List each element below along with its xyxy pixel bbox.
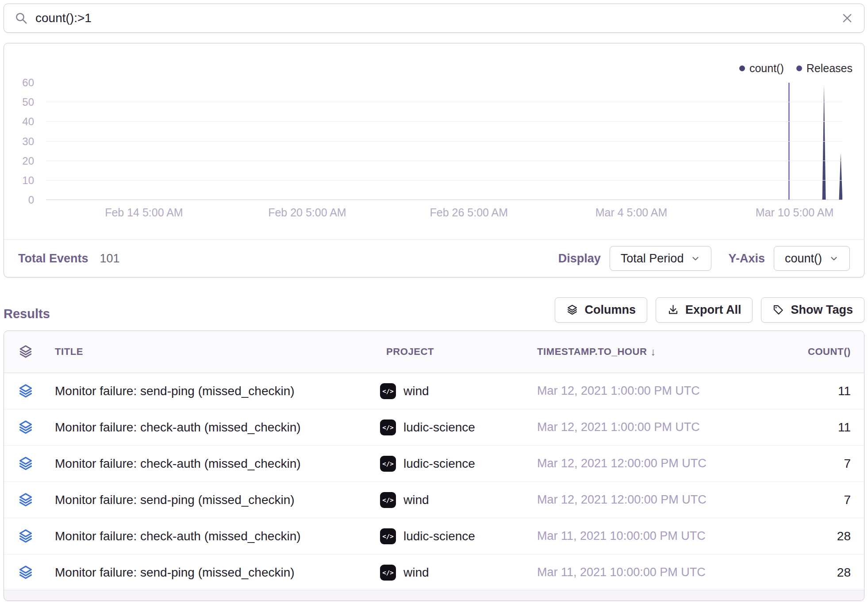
count-cell: 11: [756, 384, 864, 398]
project-column-header[interactable]: PROJECT: [380, 346, 537, 358]
yaxis-select-value: count(): [785, 252, 822, 266]
project-cell: </>ludic-science: [380, 528, 537, 544]
table-header-row: TITLE PROJECT TIMESTAMP.TO_HOUR ↓ COUNT(…: [4, 331, 864, 373]
row-type-icon-cell: [4, 419, 47, 435]
x-tick-label: Mar 4 5:00 AM: [595, 206, 668, 219]
count-series: [46, 83, 842, 200]
project-platform-badge: </>: [380, 565, 396, 581]
sort-desc-icon: ↓: [651, 346, 657, 358]
layers-icon: [18, 456, 34, 472]
x-tick-label: Feb 26 5:00 AM: [430, 206, 508, 219]
count-cell: 11: [756, 420, 864, 435]
row-type-icon-cell: [4, 565, 47, 581]
table-row[interactable]: Monitor failure: check-auth (missed_chec…: [4, 518, 864, 554]
results-title: Results: [4, 307, 50, 321]
export-all-button-label: Export All: [685, 303, 741, 317]
project-name: ludic-science: [403, 529, 475, 543]
project-name: wind: [403, 493, 429, 507]
yaxis-label: Y-Axis: [728, 252, 765, 266]
legend-label-count: count(): [749, 62, 784, 75]
project-name: ludic-science: [403, 420, 475, 435]
yaxis-select[interactable]: count(): [774, 246, 850, 271]
x-tick-label: Mar 10 5:00 AM: [756, 206, 833, 219]
display-select-value: Total Period: [621, 252, 684, 266]
table-row[interactable]: Monitor failure: send-ping (missed_check…: [4, 554, 864, 591]
event-title-link[interactable]: Monitor failure: send-ping (missed_check…: [47, 493, 380, 507]
close-icon[interactable]: [841, 12, 853, 24]
timestamp-cell: Mar 11, 2021 10:00:00 PM UTC: [537, 566, 756, 579]
chart-y-axis-labels: 0102030405060: [4, 83, 39, 200]
project-name: wind: [403, 566, 429, 580]
chevron-down-icon: [829, 254, 839, 263]
table-footer-strip: [4, 590, 864, 600]
timestamp-column-header[interactable]: TIMESTAMP.TO_HOUR ↓: [537, 346, 756, 358]
search-input[interactable]: [35, 11, 841, 25]
legend-item-releases[interactable]: Releases: [796, 62, 853, 75]
project-name: ludic-science: [403, 457, 475, 471]
timestamp-cell: Mar 12, 2021 1:00:00 PM UTC: [537, 384, 756, 398]
layers-icon: [18, 419, 34, 435]
project-name: wind: [403, 384, 429, 398]
project-platform-badge: </>: [380, 456, 396, 472]
y-tick-label: 30: [22, 135, 34, 148]
chevron-down-icon: [691, 254, 700, 263]
row-type-icon-cell: [4, 383, 47, 399]
table-row[interactable]: Monitor failure: check-auth (missed_chec…: [4, 409, 864, 446]
gridline: [46, 200, 842, 200]
events-chart-panel: count() Releases 0102030405060 Feb 14 5:…: [4, 43, 864, 277]
event-title-link[interactable]: Monitor failure: check-auth (missed_chec…: [47, 420, 380, 435]
display-select[interactable]: Total Period: [610, 246, 712, 271]
table-row[interactable]: Monitor failure: send-ping (missed_check…: [4, 482, 864, 518]
x-tick-label: Feb 20 5:00 AM: [268, 206, 346, 219]
project-platform-badge: </>: [380, 492, 396, 508]
search-bar: [4, 4, 864, 33]
count-cell: 28: [756, 566, 864, 580]
project-cell: </>ludic-science: [380, 456, 537, 472]
event-title-link[interactable]: Monitor failure: check-auth (missed_chec…: [47, 457, 380, 471]
y-tick-label: 50: [22, 96, 34, 108]
timestamp-cell: Mar 12, 2021 12:00:00 PM UTC: [537, 493, 756, 507]
type-column-header: [4, 344, 47, 359]
layers-icon: [18, 492, 34, 508]
tag-icon: [772, 304, 784, 316]
legend-item-count[interactable]: count(): [739, 62, 784, 75]
event-title-link[interactable]: Monitor failure: send-ping (missed_check…: [47, 384, 380, 398]
show-tags-button[interactable]: Show Tags: [761, 297, 864, 323]
table-row[interactable]: Monitor failure: send-ping (missed_check…: [4, 373, 864, 409]
project-platform-badge: </>: [380, 419, 396, 435]
y-tick-label: 0: [28, 194, 34, 206]
timestamp-column-label: TIMESTAMP.TO_HOUR: [537, 346, 647, 358]
row-type-icon-cell: [4, 456, 47, 472]
chart-plot-area: [46, 83, 842, 200]
chart-legend: count() Releases: [739, 62, 853, 75]
y-tick-label: 40: [22, 115, 34, 128]
project-cell: </>wind: [380, 383, 537, 399]
project-cell: </>wind: [380, 565, 537, 581]
chart-x-axis-labels: Feb 14 5:00 AMFeb 20 5:00 AMFeb 26 5:00 …: [46, 206, 842, 219]
y-tick-label: 60: [22, 77, 34, 89]
export-all-button[interactable]: Export All: [656, 297, 753, 323]
x-tick-label: Feb 14 5:00 AM: [105, 206, 183, 219]
event-title-link[interactable]: Monitor failure: check-auth (missed_chec…: [47, 529, 380, 543]
project-cell: </>ludic-science: [380, 419, 537, 435]
gridline: [46, 161, 842, 161]
count-column-header[interactable]: COUNT(): [756, 346, 864, 358]
table-row[interactable]: Monitor failure: check-auth (missed_chec…: [4, 446, 864, 482]
row-type-icon-cell: [4, 492, 47, 508]
project-platform-badge: </>: [380, 528, 396, 544]
legend-label-releases: Releases: [807, 62, 853, 75]
columns-button[interactable]: Columns: [555, 297, 647, 323]
timestamp-cell: Mar 11, 2021 10:00:00 PM UTC: [537, 529, 756, 543]
search-icon: [15, 12, 28, 25]
download-icon: [667, 304, 679, 316]
count-series-dot: [739, 65, 745, 71]
layers-icon: [18, 344, 33, 359]
gridline: [46, 121, 842, 122]
total-events-value: 101: [100, 252, 120, 266]
timestamp-cell: Mar 12, 2021 12:00:00 PM UTC: [537, 457, 756, 470]
row-type-icon-cell: [4, 528, 47, 544]
event-title-link[interactable]: Monitor failure: send-ping (missed_check…: [47, 566, 380, 580]
y-tick-label: 20: [22, 155, 34, 167]
title-column-header[interactable]: TITLE: [47, 346, 380, 358]
gridline: [46, 102, 842, 102]
